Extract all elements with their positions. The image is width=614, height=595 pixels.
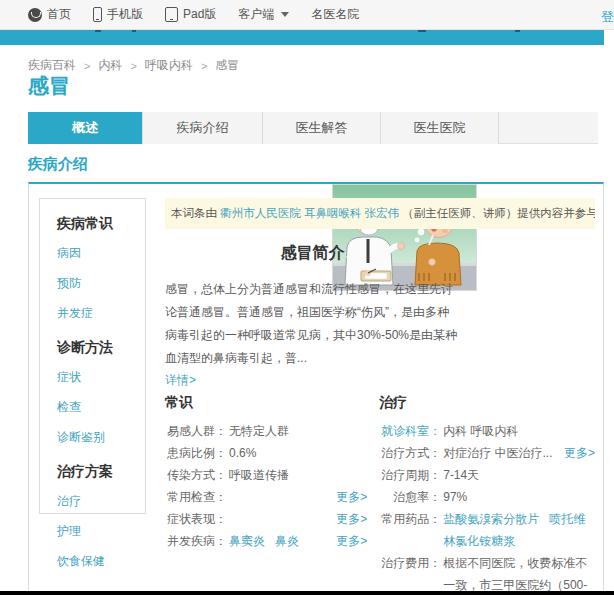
home-link[interactable]: 首页 — [28, 6, 71, 23]
tab-doctors-hospitals[interactable]: 医生医院 — [381, 112, 499, 144]
complication-link-sinusitis[interactable]: 鼻窦炎 — [229, 534, 265, 548]
main-nav-bar[interactable] — [0, 30, 604, 45]
fact-row-cost: 治疗费用： 根据不同医院，收费标准不一致，市三甲医院约（500-1000元） — [379, 552, 595, 595]
fact-value: 0.6% — [227, 442, 367, 464]
breadcrumb-item-respiratory[interactable]: 呼吸内科 — [145, 57, 193, 74]
fact-value: 盐酸氨溴索分散片喷托维林氯化铵糖浆 — [441, 508, 595, 552]
fact-label: 并发疾病： — [165, 530, 227, 552]
fact-row-drugs: 常用药品： 盐酸氨溴索分散片喷托维林氯化铵糖浆 — [379, 508, 595, 552]
treatment-column: 治疗 就诊科室： 内科 呼吸内科 治疗方式： 对症治疗 中医治疗... 更多> … — [379, 394, 595, 595]
famous-hospitals-link[interactable]: 名医名院 — [311, 6, 359, 23]
tab-bar: 概述 疾病介绍 医生解答 医生医院 — [28, 112, 598, 144]
fact-row-tests: 常用检查： 更多> — [165, 486, 367, 508]
nav-remnant — [95, 30, 101, 32]
treatment-title: 治疗 — [379, 394, 595, 412]
sidebar-group-title: 疾病常识 — [57, 215, 145, 233]
sidebar: 疾病常识 病因 预防 并发症 诊断方法 症状 检查 诊断鉴别 治疗方案 治疗 护… — [39, 198, 146, 514]
breadcrumb-item-cold[interactable]: 感冒 — [215, 57, 239, 74]
sidebar-group-title: 诊断方法 — [57, 339, 145, 357]
fact-label: 常用药品： — [379, 508, 441, 552]
common-title: 常识 — [165, 394, 367, 412]
sidebar-group-diagnosis: 诊断方法 症状 检查 诊断鉴别 — [57, 339, 145, 446]
fact-row-cure-rate: 治愈率： 97% — [379, 486, 595, 508]
pad-label: Pad版 — [183, 6, 216, 23]
sidebar-item-differential[interactable]: 诊断鉴别 — [57, 429, 145, 446]
hospital-link[interactable]: 衢州市人民医院 — [220, 207, 301, 219]
fact-row-transmission: 传染方式： 呼吸道传播 — [165, 464, 367, 486]
fact-row-method: 治疗方式： 对症治疗 中医治疗... 更多> — [379, 442, 595, 464]
disease-encyclopedia-page: 首页 手机版 Pad版 客户端 名医名院 登录 疾病百科 > 内科 > 呼吸内科… — [0, 0, 614, 595]
hospitals-label: 名医名院 — [311, 6, 359, 23]
doctor-link[interactable]: 张宏伟 — [365, 207, 400, 219]
fact-row-cycle: 治疗周期： 7-14天 — [379, 464, 595, 486]
fact-label: 治疗周期： — [379, 464, 441, 486]
breadcrumb-item-internal-medicine[interactable]: 内科 — [98, 57, 122, 74]
tab-overview[interactable]: 概述 — [28, 112, 143, 144]
sidebar-item-diet[interactable]: 饮食保健 — [57, 553, 145, 570]
page-title: 感冒 — [28, 72, 70, 100]
facts-columns: 常识 易感人群： 无特定人群 患病比例： 0.6% 传染方式： 呼吸道传播 常 — [165, 394, 595, 595]
breadcrumb-separator: > — [84, 60, 90, 72]
fact-label: 易感人群： — [165, 420, 227, 442]
section-title: 疾病介绍 — [28, 155, 88, 174]
more-link[interactable]: 更多> — [336, 486, 367, 508]
sidebar-group-knowledge: 疾病常识 病因 预防 并发症 — [57, 215, 145, 322]
sidebar-item-cause[interactable]: 病因 — [57, 245, 145, 262]
sidebar-item-prevention[interactable]: 预防 — [57, 275, 145, 292]
client-label: 客户端 — [238, 6, 274, 23]
sidebar-item-complications[interactable]: 并发症 — [57, 305, 145, 322]
nav-remnant — [515, 30, 520, 32]
tablet-icon — [165, 7, 178, 22]
tab-disease-intro[interactable]: 疾病介绍 — [143, 112, 263, 144]
fact-value: 鼻窦炎鼻炎 — [227, 530, 336, 552]
fact-value: 7-14天 — [441, 464, 595, 486]
breadcrumb-separator: > — [130, 60, 136, 72]
intro-text: 感冒，总体上分为普通感冒和流行性感冒，在这里先讨论普通感冒。普通感冒，祖国医学称… — [165, 278, 460, 370]
fact-row-susceptible: 易感人群： 无特定人群 — [165, 420, 367, 442]
client-dropdown[interactable]: 客户端 — [238, 6, 289, 23]
more-link[interactable]: 更多> — [336, 508, 367, 530]
intro-section: 感冒简介 感冒，总体上分为普通感冒和流行性感冒，在这里先讨论普通感冒。普通感冒，… — [165, 243, 595, 376]
home-label: 首页 — [47, 6, 71, 23]
more-link[interactable]: 更多> — [336, 530, 367, 552]
fact-label-link[interactable]: 就诊科室： — [379, 420, 441, 442]
complication-link-rhinitis[interactable]: 鼻炎 — [275, 534, 299, 548]
more-link[interactable]: 更多> — [564, 442, 595, 464]
nav-remnant — [132, 30, 136, 32]
sidebar-item-symptoms[interactable]: 症状 — [57, 369, 145, 386]
fact-value: 97% — [441, 486, 595, 508]
notice-suffix: （副主任医师、讲师）提供内容并参与编辑 — [399, 207, 595, 219]
login-link[interactable]: 登录 — [601, 8, 614, 26]
tab-filler — [499, 112, 598, 143]
common-knowledge-column: 常识 易感人群： 无特定人群 患病比例： 0.6% 传染方式： 呼吸道传播 常 — [165, 394, 367, 595]
fact-label: 患病比例： — [165, 442, 227, 464]
mobile-label: 手机版 — [107, 6, 143, 23]
fact-row-prevalence: 患病比例： 0.6% — [165, 442, 367, 464]
fact-label: 常用检查： — [165, 486, 227, 508]
sidebar-item-tests[interactable]: 检查 — [57, 399, 145, 416]
intro-title: 感冒简介 — [165, 243, 460, 264]
nav-remnant — [418, 30, 426, 32]
fact-label: 治愈率： — [379, 486, 441, 508]
breadcrumb-separator: > — [201, 60, 207, 72]
fact-value: 对症治疗 中医治疗... — [441, 442, 564, 464]
drug-link-ambroxol[interactable]: 盐酸氨溴索分散片 — [443, 512, 539, 526]
fact-row-symptoms: 症状表现： 更多> — [165, 508, 367, 530]
fact-label: 治疗费用： — [379, 552, 441, 595]
tab-doctor-answers[interactable]: 医生解答 — [263, 112, 381, 144]
notice-prefix: 本词条由 — [171, 207, 220, 219]
sidebar-item-nursing[interactable]: 护理 — [57, 523, 145, 540]
pad-version-link[interactable]: Pad版 — [165, 6, 216, 23]
editor-notice: 本词条由 衢州市人民医院 耳鼻咽喉科 张宏伟 （副主任医师、讲师）提供内容并参与… — [165, 198, 595, 229]
sidebar-group-title: 治疗方案 — [57, 463, 145, 481]
intro-more-link[interactable]: 详情> — [165, 372, 196, 389]
department-link[interactable]: 耳鼻咽喉科 — [304, 207, 362, 219]
sidebar-item-treatment[interactable]: 治疗 — [57, 493, 145, 510]
fact-row-department: 就诊科室： 内科 呼吸内科 — [379, 420, 595, 442]
main-content: 本词条由 衢州市人民医院 耳鼻咽喉科 张宏伟 （副主任医师、讲师）提供内容并参与… — [165, 198, 595, 595]
mobile-version-link[interactable]: 手机版 — [93, 6, 143, 23]
fact-value: 根据不同医院，收费标准不一致，市三甲医院约（500-1000元） — [441, 552, 595, 595]
phone-icon — [93, 7, 102, 22]
fact-value: 无特定人群 — [227, 420, 367, 442]
fact-value: 呼吸道传播 — [227, 464, 367, 486]
